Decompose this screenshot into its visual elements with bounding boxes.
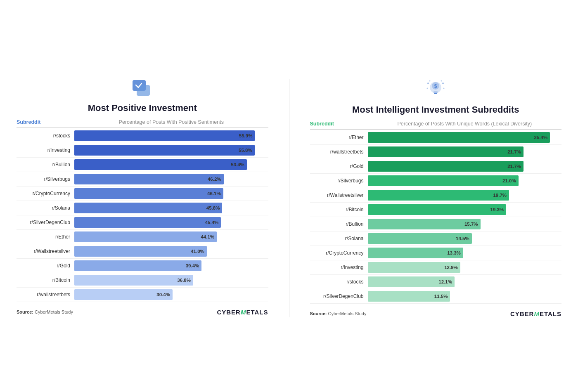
right-chart-header: Subreddit Percentage of Posts With Uniqu… — [310, 121, 562, 130]
bar-value-label: 55.9% — [239, 133, 253, 138]
left-footer: Source: CyberMetals Study CYBERMETALS — [17, 306, 268, 316]
bar-value-label: 46.2% — [208, 177, 221, 182]
left-metric-col-label: Percentage of Posts With Positive Sentim… — [74, 119, 268, 125]
bar-label: r/stocks — [310, 279, 368, 285]
bar-fill: 11.5% — [368, 291, 450, 302]
bar-row: r/Wallstreetsilver19.7% — [310, 188, 562, 203]
bar-container: 15.7% — [368, 219, 562, 229]
bar-container: 19.7% — [368, 190, 562, 201]
bar-value-label: 11.5% — [434, 294, 448, 299]
svg-text:$: $ — [434, 83, 437, 89]
bar-container: 36.8% — [74, 275, 268, 286]
bar-value-label: 44.1% — [201, 234, 214, 239]
left-subreddit-col-label: Subreddit — [17, 119, 74, 125]
bar-label: r/Investing — [17, 147, 74, 153]
left-source: Source: CyberMetals Study — [17, 309, 73, 314]
bar-label: r/Gold — [17, 263, 74, 269]
bar-row: r/Investing12.9% — [310, 260, 562, 275]
bar-label: r/SilverDegenClub — [17, 220, 74, 225]
bar-value-label: 30.4% — [156, 292, 170, 297]
bar-fill: 15.7% — [368, 219, 481, 229]
svg-point-10 — [443, 87, 445, 89]
bar-fill: 21.7% — [368, 146, 524, 157]
bar-value-label: 21.0% — [502, 178, 516, 183]
bar-fill: 39.4% — [74, 260, 201, 271]
bar-container: 53.4% — [74, 159, 268, 170]
bar-row: r/CryptoCurrency46.1% — [17, 187, 268, 201]
right-bars-container: r/Ether25.4%r/wallstreetbets21.7%r/Gold2… — [310, 130, 562, 304]
bar-value-label: 15.7% — [464, 222, 478, 227]
bar-label: r/wallstreetbets — [17, 292, 74, 298]
bar-fill: 12.9% — [368, 262, 460, 273]
bar-fill: 55.8% — [74, 145, 255, 156]
bar-fill: 45.4% — [74, 217, 221, 228]
svg-point-7 — [427, 83, 429, 84]
bar-container: 55.8% — [74, 145, 268, 156]
bar-container: 21.7% — [368, 146, 562, 157]
right-chart-section: $ Most Intelligent Investment Subreddits… — [310, 79, 562, 317]
left-chart-section: Most Positive Investment Subreddit Perce… — [17, 79, 268, 317]
left-bars-container: r/stocks55.9%r/Investing55.8%r/Bullion53… — [17, 129, 268, 302]
bar-fill: 36.8% — [74, 275, 193, 286]
left-brand: CYBERMETALS — [217, 309, 268, 316]
bar-label: r/Wallstreetsilver — [17, 248, 74, 254]
svg-point-8 — [442, 83, 444, 84]
bar-container: 25.4% — [368, 132, 562, 143]
bar-container: 21.7% — [368, 161, 562, 172]
bar-fill: 12.1% — [368, 276, 455, 287]
bar-value-label: 21.7% — [507, 149, 521, 154]
bar-fill: 46.1% — [74, 188, 223, 199]
bar-label: r/CryptoCurrency — [310, 250, 368, 256]
bar-label: r/Bullion — [17, 162, 74, 168]
bar-label: r/Wallstreetsilver — [310, 192, 368, 198]
bar-row: r/stocks12.1% — [310, 275, 562, 289]
svg-point-12 — [441, 80, 442, 81]
bar-value-label: 45.4% — [205, 220, 219, 225]
bar-row: r/Bullion53.4% — [17, 158, 268, 172]
svg-point-9 — [427, 87, 428, 89]
right-subreddit-col-label: Subreddit — [310, 121, 368, 127]
bar-fill: 21.7% — [368, 161, 524, 172]
right-footer: Source: CyberMetals Study CYBERMETALS — [310, 308, 562, 317]
bar-label: r/SilverDegenClub — [310, 293, 368, 299]
bar-value-label: 14.5% — [456, 236, 469, 241]
bar-value-label: 41.0% — [191, 249, 204, 254]
bar-row: r/SilverDegenClub45.4% — [17, 215, 268, 230]
bar-label: r/Solana — [310, 236, 368, 241]
bar-label: r/Ether — [17, 234, 74, 240]
right-brand: CYBERMETALS — [510, 310, 561, 317]
svg-point-11 — [429, 80, 431, 81]
bar-fill: 21.0% — [368, 175, 519, 186]
bar-fill: 55.9% — [74, 130, 255, 141]
bar-value-label: 21.7% — [507, 164, 521, 169]
bar-row: r/Wallstreetsilver41.0% — [17, 244, 268, 259]
bar-label: r/Bitcoin — [17, 277, 74, 283]
bar-container: 45.4% — [74, 217, 268, 228]
bar-row: r/Gold39.4% — [17, 259, 268, 273]
bar-fill: 19.7% — [368, 190, 509, 201]
bar-value-label: 45.8% — [206, 205, 220, 210]
bar-container: 13.3% — [368, 248, 562, 258]
bar-value-label: 25.4% — [534, 135, 548, 140]
bar-value-label: 12.1% — [438, 279, 452, 284]
bar-row: r/wallstreetbets30.4% — [17, 288, 268, 302]
bar-container: 11.5% — [368, 291, 562, 302]
bar-fill: 14.5% — [368, 233, 472, 244]
page-container: Most Positive Investment Subreddit Perce… — [8, 71, 570, 321]
chart-divider — [289, 79, 289, 317]
bar-row: r/Investing55.8% — [17, 143, 268, 158]
bar-row: r/Silverbugs21.0% — [310, 174, 562, 188]
bar-container: 19.3% — [368, 204, 562, 215]
bar-value-label: 53.4% — [231, 162, 244, 167]
right-source: Source: CyberMetals Study — [310, 311, 367, 316]
bar-row: r/CryptoCurrency13.3% — [310, 246, 562, 260]
bar-container: 44.1% — [74, 231, 268, 242]
bar-row: r/SilverDegenClub11.5% — [310, 289, 562, 304]
bar-label: r/Silverbugs — [310, 178, 368, 184]
bar-value-label: 46.1% — [207, 191, 221, 196]
bar-container: 41.0% — [74, 246, 268, 257]
bar-value-label: 19.7% — [493, 193, 507, 198]
bar-row: r/Bullion15.7% — [310, 217, 562, 231]
bar-container: 55.9% — [74, 130, 268, 141]
bar-label: r/Bitcoin — [310, 207, 368, 213]
